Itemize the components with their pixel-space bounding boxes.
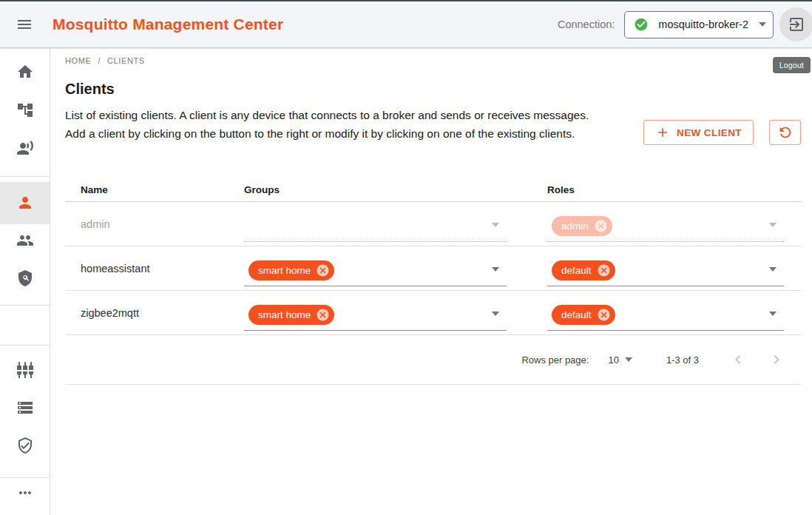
chip-label: smart home xyxy=(258,265,311,276)
client-name: zigbee2mqtt xyxy=(65,307,244,319)
verified-shield-icon xyxy=(16,437,34,454)
storage-list-icon xyxy=(16,399,34,417)
chip-label: default xyxy=(561,265,592,276)
column-header-groups: Groups xyxy=(244,184,547,195)
breadcrumb-home[interactable]: HOME xyxy=(65,56,91,65)
roles-select: admin xyxy=(547,211,784,242)
rows-per-page-value: 10 xyxy=(608,354,618,366)
logout-button[interactable] xyxy=(779,7,812,41)
check-circle-icon xyxy=(634,17,649,32)
client-name: homeassistant xyxy=(65,263,244,275)
group-chip[interactable]: smart home xyxy=(248,260,334,280)
window-top-edge xyxy=(0,0,812,1)
groups-select xyxy=(244,211,507,242)
topic-tree-icon xyxy=(16,101,34,119)
sidebar-item-security[interactable] xyxy=(16,437,34,454)
previous-page-button[interactable] xyxy=(725,347,751,372)
role-chip: admin xyxy=(552,216,612,236)
connection-select[interactable]: mosquitto-broker-2 xyxy=(624,11,774,38)
roles-select[interactable]: default xyxy=(547,300,784,331)
table-row-admin[interactable]: admin admin xyxy=(65,202,801,246)
sidebar-divider xyxy=(0,477,50,478)
table-row-zigbee2mqtt[interactable]: zigbee2mqtt smart home default xyxy=(65,291,801,335)
refresh-button[interactable] xyxy=(769,120,801,145)
sidebar-item-home[interactable] xyxy=(16,63,34,81)
chip-label: default xyxy=(561,309,592,320)
rows-per-page-label: Rows per page: xyxy=(521,354,589,366)
app-bar: Mosquitto Management Center Connection: … xyxy=(0,1,812,47)
cancel-icon xyxy=(594,219,608,233)
sidebar-item-roles[interactable] xyxy=(16,269,34,287)
sidebar-divider xyxy=(0,345,50,346)
table-pagination: Rows per page: 10 1-3 of 3 xyxy=(65,335,801,385)
cancel-icon[interactable] xyxy=(316,308,330,322)
refresh-icon xyxy=(777,124,794,141)
cancel-icon[interactable] xyxy=(597,263,611,277)
client-name: admin xyxy=(65,218,244,230)
chevron-left-icon xyxy=(729,351,747,368)
page-description: List of existing clients. A client is an… xyxy=(65,106,609,143)
breadcrumb-separator: / xyxy=(98,56,101,65)
chevron-down-icon xyxy=(492,267,499,272)
column-header-name: Name xyxy=(65,184,244,195)
page-title: Clients xyxy=(65,81,115,98)
home-icon xyxy=(16,63,34,81)
settings-input-icon xyxy=(16,361,34,379)
connection-label: Connection: xyxy=(558,18,615,30)
sidebar-item-plugins[interactable] xyxy=(16,361,34,379)
exit-to-app-icon xyxy=(788,16,805,33)
sidebar-divider xyxy=(0,176,50,177)
groups-select[interactable]: smart home xyxy=(244,255,507,286)
group-chip[interactable]: smart home xyxy=(248,305,334,325)
policy-shield-icon xyxy=(16,269,34,287)
roles-select[interactable]: default xyxy=(547,255,784,286)
table-row-homeassistant[interactable]: homeassistant smart home default xyxy=(65,246,801,291)
plus-icon xyxy=(655,125,670,140)
role-chip[interactable]: default xyxy=(552,305,615,325)
clients-table: Name Groups Roles admin admin xyxy=(65,178,801,385)
sidebar-divider xyxy=(0,305,50,306)
chevron-down-icon xyxy=(492,312,499,316)
breadcrumb: HOME / CLIENTS xyxy=(65,56,145,65)
sidebar-item-groups[interactable] xyxy=(16,232,34,249)
menu-button[interactable] xyxy=(13,13,36,36)
chip-label: admin xyxy=(561,221,589,232)
breadcrumb-current[interactable]: CLIENTS xyxy=(107,56,145,65)
pagination-range: 1-3 of 3 xyxy=(666,354,699,366)
column-header-roles: Roles xyxy=(547,184,801,195)
person-icon xyxy=(16,194,34,212)
next-page-button[interactable] xyxy=(764,347,789,372)
table-header-row: Name Groups Roles xyxy=(65,178,801,202)
people-icon xyxy=(16,232,34,249)
more-horiz-icon xyxy=(16,484,34,502)
sidebar-item-more[interactable] xyxy=(16,484,34,502)
cancel-icon[interactable] xyxy=(597,308,611,322)
role-chip[interactable]: default xyxy=(552,260,615,280)
main-content: HOME / CLIENTS Clients List of existing … xyxy=(51,47,812,515)
record-voice-icon xyxy=(16,139,34,157)
chevron-down-icon xyxy=(769,312,777,316)
chip-label: smart home xyxy=(258,309,311,320)
cancel-icon[interactable] xyxy=(316,263,330,277)
sidebar-nav xyxy=(0,47,50,515)
sidebar-item-settings[interactable] xyxy=(16,399,34,417)
hamburger-icon xyxy=(16,16,33,33)
chevron-down-icon xyxy=(625,357,632,362)
chevron-down-icon xyxy=(769,267,777,272)
page-actions: NEW CLIENT xyxy=(643,120,801,145)
sidebar-item-streams[interactable] xyxy=(16,139,34,157)
sidebar-item-clients[interactable] xyxy=(16,194,34,212)
rows-per-page-select[interactable]: 10 xyxy=(608,354,632,366)
new-client-label: NEW CLIENT xyxy=(677,127,742,138)
logout-tooltip: Logout xyxy=(773,57,811,73)
chevron-down-icon xyxy=(769,223,777,227)
connection-value: mosquitto-broker-2 xyxy=(658,18,748,30)
groups-select[interactable]: smart home xyxy=(244,300,507,331)
chevron-right-icon xyxy=(768,351,785,368)
chevron-down-icon xyxy=(492,223,499,227)
app-title: Mosquitto Management Center xyxy=(53,16,283,33)
sidebar-item-topic-tree[interactable] xyxy=(16,101,34,119)
chevron-down-icon xyxy=(759,22,766,27)
new-client-button[interactable]: NEW CLIENT xyxy=(643,120,754,145)
